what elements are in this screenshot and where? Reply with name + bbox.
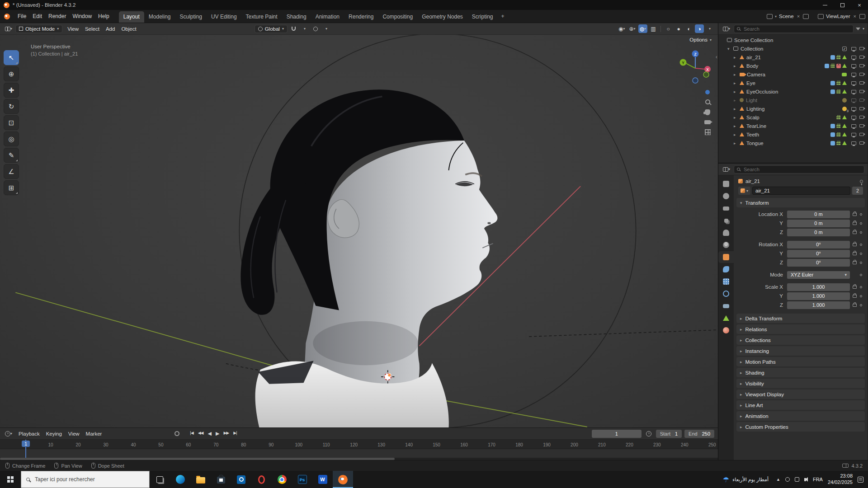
outliner-item-body[interactable]: ▸ Body bbox=[718, 61, 868, 70]
value-field[interactable]: 1.000 bbox=[787, 283, 850, 291]
taskbar-app-chrome[interactable] bbox=[272, 471, 292, 488]
transform-orientation-dropdown[interactable]: Global▾ bbox=[255, 25, 288, 33]
lock-icon[interactable] bbox=[853, 222, 857, 225]
workspace-tab[interactable]: Animation bbox=[311, 11, 344, 23]
menubar-item[interactable]: Window bbox=[69, 12, 95, 21]
value-field[interactable]: 0 m bbox=[787, 220, 850, 227]
playhead-frame-label[interactable]: 1 bbox=[22, 441, 30, 447]
outliner-item-teeth[interactable]: ▸ Teeth bbox=[718, 130, 868, 139]
tool-add-cube[interactable]: ⊞ bbox=[4, 180, 19, 195]
timeline-scrollbar[interactable] bbox=[0, 458, 718, 460]
viewport-menu-item[interactable]: View bbox=[64, 25, 82, 33]
shading-dropdown[interactable]: ▾ bbox=[705, 24, 714, 33]
hide-viewport-icon[interactable] bbox=[851, 133, 856, 136]
taskbar-app-file-explorer[interactable] bbox=[190, 471, 211, 488]
users-count-button[interactable]: 2 bbox=[852, 187, 863, 195]
tool-transform[interactable]: ◎ bbox=[4, 131, 19, 146]
outliner-scene-collection[interactable]: Scene Collection bbox=[718, 36, 868, 44]
exclude-checkbox[interactable]: ✓ bbox=[842, 47, 847, 51]
viewport-menu-item[interactable]: Object bbox=[118, 25, 139, 33]
chevron-down-icon[interactable]: ▾ bbox=[863, 27, 864, 31]
value-field[interactable]: XYZ Euler bbox=[787, 271, 850, 279]
properties-tab-object-data[interactable] bbox=[718, 312, 734, 324]
workspace-tab[interactable]: Sculpting bbox=[175, 11, 207, 23]
viewport-3d[interactable]: User Perspective (1) Collection | air_21… bbox=[0, 35, 718, 427]
lock-icon[interactable] bbox=[853, 252, 857, 255]
value-field[interactable]: 0 m bbox=[787, 229, 850, 236]
preview-range-icon[interactable] bbox=[644, 429, 653, 438]
start-button[interactable] bbox=[0, 471, 21, 488]
animate-dot-icon[interactable] bbox=[860, 222, 862, 225]
outliner-item-tearline[interactable]: ▸ TearLine bbox=[718, 122, 868, 130]
outliner-item-camera[interactable]: ▸ Camera bbox=[718, 70, 868, 79]
workspace-tab[interactable]: Layout bbox=[119, 11, 144, 23]
disable-render-icon[interactable] bbox=[859, 99, 864, 102]
dopesheet-area[interactable] bbox=[0, 449, 718, 458]
animate-dot-icon[interactable] bbox=[860, 286, 862, 288]
expand-arrow-icon[interactable]: ▸ bbox=[734, 115, 740, 120]
workspace-tab[interactable]: Geometry Nodes bbox=[417, 11, 467, 23]
hide-viewport-icon[interactable] bbox=[851, 107, 856, 111]
expand-arrow-icon[interactable]: ▸ bbox=[734, 55, 740, 60]
snap-toggle-button[interactable] bbox=[289, 24, 298, 33]
outliner-item-lighting[interactable]: ▸ Lighting bbox=[718, 104, 868, 113]
menubar-item[interactable]: File bbox=[14, 12, 29, 21]
end-frame-field[interactable]: End250 bbox=[684, 430, 714, 438]
menubar-item[interactable]: Edit bbox=[29, 12, 45, 21]
outliner-item-tongue[interactable]: ▸ Tongue bbox=[718, 139, 868, 147]
current-frame-field[interactable]: 1 bbox=[592, 430, 642, 438]
taskbar-app-photoshop[interactable]: Ps bbox=[292, 471, 312, 488]
shading-solid-button[interactable]: ● bbox=[674, 24, 683, 33]
jump-to-start-button[interactable]: |◀ bbox=[188, 430, 195, 437]
properties-tab-material[interactable] bbox=[718, 324, 734, 336]
collapsed-section-header[interactable]: ▸ Collections bbox=[736, 335, 865, 345]
expand-arrow-icon[interactable]: ▸ bbox=[734, 81, 740, 85]
hide-viewport-icon[interactable] bbox=[851, 90, 856, 94]
auto-keying-record-button[interactable] bbox=[175, 431, 179, 436]
properties-tab-modifiers[interactable] bbox=[718, 263, 734, 275]
hidden-icons-chevron[interactable]: ▲ bbox=[776, 477, 780, 482]
network-icon[interactable] bbox=[785, 477, 790, 482]
workspace-tab[interactable]: Shading bbox=[282, 11, 311, 23]
expand-arrow-icon[interactable]: ▸ bbox=[734, 72, 740, 77]
collapsed-section-header[interactable]: ▸ Delta Transform bbox=[736, 314, 865, 323]
transform-section-header[interactable]: ▾Transform bbox=[736, 198, 865, 207]
workspace-tab[interactable]: Compositing bbox=[378, 11, 417, 23]
outliner-item-scalp[interactable]: ▸ Scalp bbox=[718, 113, 868, 122]
minimize-button[interactable] bbox=[816, 0, 834, 10]
animate-dot-icon[interactable] bbox=[860, 274, 862, 276]
animate-dot-icon[interactable] bbox=[860, 304, 862, 306]
value-field[interactable]: 1.000 bbox=[787, 301, 850, 309]
collapsed-section-header[interactable]: ▸ Visibility bbox=[736, 379, 865, 388]
menubar-item[interactable]: Render bbox=[45, 12, 69, 21]
close-button[interactable]: × bbox=[851, 0, 868, 10]
collapsed-section-header[interactable]: ▸ Instancing bbox=[736, 346, 865, 356]
outliner-item-air_21[interactable]: ▸ air_21 bbox=[718, 53, 868, 61]
shading-wireframe-button[interactable]: ○ bbox=[664, 24, 673, 33]
region-collapse-arrow[interactable]: ‹ bbox=[716, 54, 717, 60]
disable-render-icon[interactable] bbox=[859, 64, 864, 67]
taskbar-app-edge[interactable] bbox=[170, 471, 190, 488]
outliner-item-light[interactable]: ▸ Light bbox=[718, 96, 868, 104]
expand-arrow-icon[interactable]: ▸ bbox=[734, 141, 740, 145]
menubar-item[interactable]: Help bbox=[95, 12, 113, 21]
properties-tab-constraints[interactable] bbox=[718, 300, 734, 312]
outliner-search[interactable] bbox=[734, 25, 854, 33]
hide-viewport-icon[interactable] bbox=[851, 116, 856, 119]
hide-viewport-icon[interactable] bbox=[851, 99, 856, 102]
animate-dot-icon[interactable] bbox=[860, 213, 862, 216]
workspace-tab[interactable]: UV Editing bbox=[207, 11, 241, 23]
gizmo-minus-y-axis[interactable] bbox=[703, 72, 709, 77]
options-dropdown[interactable]: Options▾ bbox=[689, 37, 712, 42]
language-indicator[interactable]: FRA bbox=[813, 477, 823, 482]
collapsed-section-header[interactable]: ▸ Shading bbox=[736, 368, 865, 377]
expand-arrow-icon[interactable]: ▸ bbox=[734, 98, 740, 103]
camera-view-icon[interactable] bbox=[704, 120, 711, 124]
collapsed-section-header[interactable]: ▸ Custom Properties bbox=[736, 422, 865, 432]
hide-viewport-icon[interactable] bbox=[851, 73, 856, 76]
animate-dot-icon[interactable] bbox=[860, 231, 862, 234]
show-overlays-toggle[interactable]: ◍▾ bbox=[638, 24, 648, 33]
value-field[interactable]: 0° bbox=[787, 241, 850, 249]
lock-icon[interactable] bbox=[853, 295, 857, 298]
workspace-tab[interactable]: Scripting bbox=[467, 11, 498, 23]
